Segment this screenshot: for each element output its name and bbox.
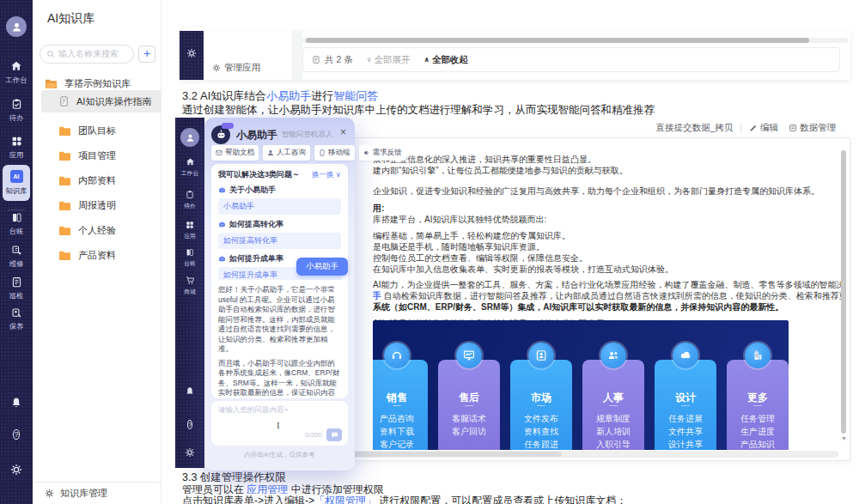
card-items: 任务进展 文件共享 设计共享	[655, 412, 716, 450]
collapse-all: ∧全部收起	[424, 54, 469, 66]
rail-item-inspection[interactable]: 巡检	[0, 276, 33, 301]
person-icon	[267, 149, 274, 156]
data-manage-icon	[789, 124, 797, 132]
mini-rail-settings	[175, 447, 204, 458]
tree-item-label: 享搭示例知识库	[64, 77, 131, 90]
tree-item-product-docs[interactable]: 产品资料	[33, 244, 161, 266]
ai-disclaimer: 内容由AI生成，仅供参考	[204, 451, 355, 459]
help-button[interactable]: ?	[0, 428, 33, 440]
tree-item-internal-docs[interactable]: 内部资料	[33, 169, 161, 191]
tree-item-personal-exp[interactable]: 个人经验	[33, 219, 161, 241]
figure-toolbar: 直接提交数据_拷贝 | 编辑 数据管理	[655, 122, 836, 134]
card-title: 销售	[373, 391, 428, 405]
search-input[interactable]: 输入名称来搜索	[40, 45, 134, 64]
chat-input: 请输入您的问题内容~ I 0/200	[211, 401, 348, 446]
expand-all: ∨全部展开	[367, 54, 411, 66]
send-icon	[326, 428, 342, 441]
tree-item-label: 项目管理	[78, 149, 116, 162]
figure-line: 控制每位员工的文档查看、编辑等权限，保障信息安全。	[373, 252, 841, 264]
pencil-icon	[749, 124, 758, 132]
snippet-rail	[180, 31, 204, 80]
rail-item-label: 待办	[2, 113, 32, 124]
phone-icon	[319, 149, 326, 156]
avatar	[180, 128, 199, 147]
gear-icon	[0, 464, 33, 476]
people-icon	[600, 343, 626, 368]
card-items: 任务管理 生产进度 产品知识	[727, 412, 789, 450]
section-3-2-heading: 3.2 AI知识库结合小易助手进行智能问答	[182, 88, 378, 104]
rail-item-todo[interactable]: 待办	[0, 98, 33, 124]
tree-item-label: AI知识库操作指南	[76, 95, 151, 108]
primary-rail: 工作台 待办 应用 AI 知识库 台账 维修 巡检 保养	[0, 0, 33, 504]
knowledge-sidebar: AI知识库 输入名称来搜索 + 享搭示例知识库 AI知识库操作指南 团队目标 项…	[33, 0, 161, 504]
suggestion-question: 关于小易助手	[218, 185, 341, 196]
chat-input-placeholder: 请输入您的问题内容~	[218, 405, 341, 416]
rail-item-ledger[interactable]: 台账	[0, 212, 33, 237]
sidebar-title: AI知识库	[47, 11, 94, 27]
figure-line: 建内部“知识引擎”，让每位员工都能便捷地参与知识的贡献与获取。	[373, 165, 841, 176]
figure-line: 企业知识，促进专业知识和经验的广泛复用与高效共享，助力每个企业和组织，为各部门量…	[373, 185, 841, 197]
char-counter: 0/200	[305, 431, 322, 439]
rail-item-workbench[interactable]: 工作台	[0, 60, 33, 86]
home-icon	[175, 157, 204, 167]
assistant-tabs: 帮助文档 人工咨询 移动端 需求反馈	[211, 145, 348, 161]
figure-line: 系统（如CRM、ERP/财务、SRM等）集成，AI知识库可以实时获取最新的信息，…	[373, 301, 841, 313]
knowledge-manage-footer[interactable]: 知识库管理	[33, 482, 161, 504]
mini-rail-item: 应用	[175, 221, 204, 240]
clipboard-icon	[0, 98, 33, 110]
figure-line: 在知识库中加入信息收集表单、实时更新的报表等模块，打造互动式知识体验。	[373, 264, 841, 275]
tree-item-label: 团队目标	[78, 124, 116, 137]
rail-item-knowledge-base[interactable]: AI 知识库	[3, 165, 30, 201]
bell-icon	[0, 397, 33, 409]
assistant-link[interactable]: 小易助手	[266, 89, 311, 102]
edit-link: 编辑	[749, 122, 778, 134]
card-more: 更多 任务管理 生产进度 产品知识	[727, 320, 789, 450]
tree-item-weekly-report[interactable]: 周报透明	[33, 194, 161, 216]
avatar[interactable]	[6, 16, 27, 37]
refresh-suggestions: 换一换 ∨	[312, 170, 341, 180]
assistant-dialog: 小易助手 智能问答机器人 × 帮助文档 人工咨询 移动端	[204, 118, 355, 471]
robot-icon	[218, 186, 226, 194]
doc-count-icon	[312, 55, 320, 64]
search-icon	[46, 50, 55, 58]
embedded-screenshot-top: 管理应用 共 2 条 ∨全部展开 ∧全部收起	[180, 31, 850, 80]
rail-divider	[8, 209, 25, 210]
snippet-panel: 管理应用	[204, 31, 293, 80]
card-title: 更多	[727, 391, 789, 405]
monitor-icon	[456, 343, 482, 368]
tree-item-label: 周报透明	[78, 199, 116, 212]
snippet-hscrollbar	[302, 38, 848, 43]
tree-item-team-goals[interactable]: 团队目标	[33, 119, 161, 142]
smart-qa-link[interactable]: 智能问答	[333, 89, 378, 102]
figure-line: 展和企业信息化的深入推进，知识共享的重要性日益凸显。	[373, 154, 841, 165]
card-items: 规章制度 新人培训 入职引导	[582, 412, 644, 450]
assistant-subtitle: 智能问答机器人	[282, 130, 333, 140]
rail-item-label: 巡检	[2, 291, 32, 301]
grid-icon	[0, 136, 33, 147]
folder-icon	[58, 250, 71, 261]
category-banner: 销售 产品咨询 资料下载 客户记录 售后	[373, 320, 789, 450]
record-count-bar: 共 2 条 ∨全部展开 ∧全部收起	[302, 47, 840, 72]
notification-bell[interactable]	[0, 397, 33, 409]
rail-item-repair[interactable]: 维修	[0, 245, 33, 270]
card-design: 设计 任务进展 文件共享 设计共享	[655, 320, 716, 450]
settings-button[interactable]	[0, 464, 33, 476]
figure-line: 编程基础，简单易上手，轻松构建您的专属知识库。	[373, 230, 841, 241]
permission-manage-link[interactable]: 「权限管理」	[314, 495, 376, 504]
gear-icon	[212, 64, 221, 72]
rail-item-maintenance[interactable]: 保养	[0, 307, 33, 332]
add-knowledge-button[interactable]: +	[138, 46, 155, 63]
mini-rail-help: ?	[175, 417, 204, 429]
home-icon	[0, 60, 33, 72]
rail-item-label: 知识库	[3, 186, 28, 197]
contact-book-icon	[528, 343, 554, 368]
tree-item-project-mgmt[interactable]: 项目管理	[33, 144, 161, 167]
figure-line: AI能力，为企业提供一整套的工具、服务、方案，结合行业化场景应用经验，构建了覆盖…	[373, 279, 841, 290]
rail-item-apps[interactable]: 应用	[0, 136, 33, 161]
card-items: 产品咨询 资料下载 客户记录	[373, 412, 428, 450]
figure-line: 用:	[373, 203, 841, 214]
question-icon: ?	[13, 429, 19, 440]
tree-item-guide-selected[interactable]: AI知识库操作指南	[33, 90, 161, 112]
gear-icon	[45, 489, 54, 498]
snippet-gap	[293, 31, 302, 80]
